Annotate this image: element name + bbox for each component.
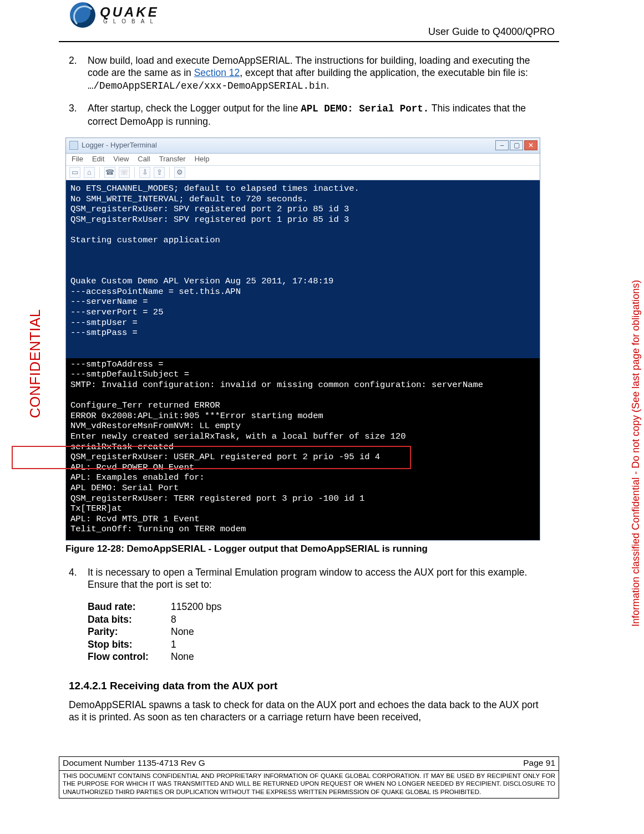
minimize-button[interactable]: – <box>495 140 509 150</box>
code-literal: APL DEMO: Serial Port. <box>301 103 429 114</box>
step-text: Now build, load and execute DemoAppSERIA… <box>88 54 549 92</box>
menu-file[interactable]: File <box>72 155 83 164</box>
page-footer: Document Number 1135-4713 Rev G Page 91 … <box>59 756 559 799</box>
menu-bar[interactable]: File Edit View Call Transfer Help <box>66 154 540 166</box>
window-buttons: – ▢ ✕ <box>495 140 537 150</box>
data-bits-label: Data bits: <box>88 613 171 626</box>
step-number: 4. <box>69 566 88 591</box>
text: , except that after building the applica… <box>240 67 528 78</box>
confidential-info-strip: Information classified Confidential - Do… <box>630 280 642 627</box>
legal-notice: THIS DOCUMENT CONTAINS CONFIDENTIAL AND … <box>59 770 559 798</box>
baud-rate-value: 115200 bps <box>171 601 221 613</box>
brand-logo: QUAKE GLOBAL <box>70 2 159 28</box>
step-text: It is necessary to open a Terminal Emula… <box>88 566 549 591</box>
menu-edit[interactable]: Edit <box>92 155 104 164</box>
separator-icon <box>169 167 170 178</box>
separator-icon <box>134 167 135 178</box>
connect-icon[interactable]: ☎ <box>104 167 115 178</box>
section-heading: 12.4.2.1 Receiving data from the AUX por… <box>69 679 549 693</box>
page-number: Page 91 <box>523 758 555 768</box>
step-2: 2. Now build, load and execute DemoAppSE… <box>69 54 549 92</box>
step-text: After startup, check the Logger output f… <box>88 102 549 128</box>
close-button[interactable]: ✕ <box>524 140 537 150</box>
doc-number: Document Number 1135-4713 Rev G <box>63 758 205 768</box>
step-3: 3. After startup, check the Logger outpu… <box>69 102 549 128</box>
terminal-output-lower: ---smtpToAddress = ---smtpDefaultSubject… <box>66 358 540 540</box>
confidential-watermark: CONFIDENTIAL <box>27 309 44 418</box>
figure-caption: Figure 12-28: DemoAppSERIAL - Logger out… <box>65 543 549 555</box>
text: . <box>327 80 329 91</box>
open-icon[interactable]: ⌂ <box>84 167 95 178</box>
brand-name: QUAKE <box>100 6 159 19</box>
terminal-output-upper: No ETS_CHANNEL_MODES; default to elapsed… <box>66 180 540 358</box>
bin-path: …/DemoAppSERIAL/exe/xxx-DemoAppSERIAL.bi… <box>88 80 327 91</box>
properties-icon[interactable]: ⚙ <box>174 167 185 178</box>
step-4: 4. It is necessary to open a Terminal Em… <box>69 566 549 591</box>
maximize-button[interactable]: ▢ <box>510 140 523 150</box>
app-icon <box>69 141 78 150</box>
new-icon[interactable]: ▭ <box>69 167 80 178</box>
disconnect-icon[interactable]: ☏ <box>119 167 130 178</box>
data-bits-value: 8 <box>171 613 176 626</box>
toolbar: ▭ ⌂ ☎ ☏ ⇩ ⇧ ⚙ <box>66 166 540 180</box>
baud-rate-label: Baud rate: <box>88 601 171 613</box>
menu-call[interactable]: Call <box>138 155 150 164</box>
step-number: 2. <box>69 54 88 92</box>
globe-icon <box>70 2 95 28</box>
separator-icon <box>99 167 100 178</box>
page-body: 2. Now build, load and execute DemoAppSE… <box>59 42 559 724</box>
flow-control-label: Flow control: <box>88 650 171 663</box>
hyperterminal-window: Logger - HyperTerminal – ▢ ✕ File Edit V… <box>65 138 540 541</box>
text: After startup, check the Logger output f… <box>88 103 301 114</box>
brand-subtitle: GLOBAL <box>103 19 159 24</box>
brand-text: QUAKE GLOBAL <box>100 6 159 24</box>
window-title: Logger - HyperTerminal <box>82 141 157 150</box>
doc-title: User Guide to Q4000/QPRO <box>428 26 555 38</box>
flow-control-value: None <box>171 650 194 663</box>
receive-icon[interactable]: ⇧ <box>154 167 165 178</box>
menu-help[interactable]: Help <box>195 155 210 164</box>
serial-settings: Baud rate:115200 bps Data bits:8 Parity:… <box>88 601 549 663</box>
parity-label: Parity: <box>88 626 171 638</box>
page-container: QUAKE GLOBAL User Guide to Q4000/QPRO 2.… <box>59 0 559 799</box>
stop-bits-label: Stop bits: <box>88 638 171 650</box>
window-titlebar[interactable]: Logger - HyperTerminal – ▢ ✕ <box>66 138 540 154</box>
step-number: 3. <box>69 102 88 128</box>
section-12-link[interactable]: Section 12 <box>194 67 240 78</box>
menu-view[interactable]: View <box>113 155 129 164</box>
section-paragraph: DemoAppSERIAL spawns a task to check for… <box>69 699 549 724</box>
parity-value: None <box>171 626 194 638</box>
stop-bits-value: 1 <box>171 638 176 650</box>
page-header: QUAKE GLOBAL User Guide to Q4000/QPRO <box>59 0 559 42</box>
menu-transfer[interactable]: Transfer <box>159 155 186 164</box>
send-icon[interactable]: ⇩ <box>139 167 150 178</box>
